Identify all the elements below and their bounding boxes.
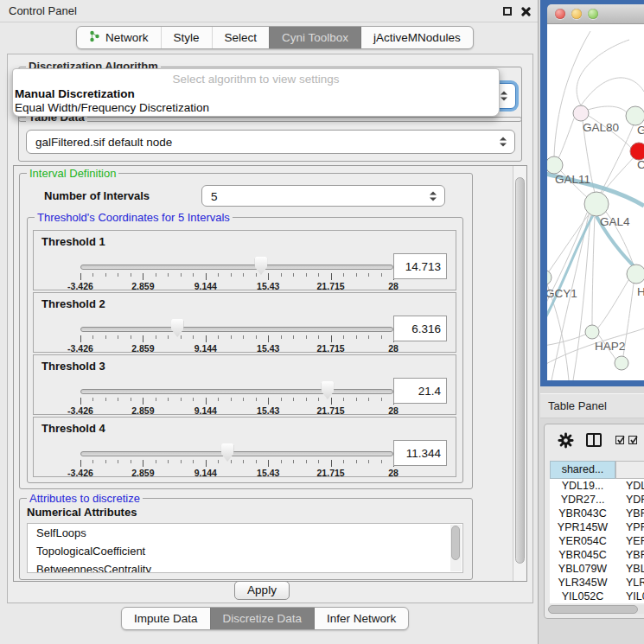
- cell-name[interactable]: YBL0: [615, 562, 644, 576]
- settings-scrollbar[interactable]: [513, 166, 526, 581]
- tab-style[interactable]: Style: [161, 27, 212, 48]
- network-edge[interactable]: [577, 40, 629, 105]
- number-of-intervals-select[interactable]: 5: [201, 185, 445, 207]
- algorithm-dropdown-popup: Select algorithm to view settings Manual…: [12, 68, 500, 117]
- attribute-item[interactable]: SelfLoops: [28, 524, 462, 542]
- slider-track[interactable]: [80, 265, 393, 270]
- threshold-value-field[interactable]: 14.713: [393, 253, 447, 279]
- network-node-gal80[interactable]: [573, 105, 589, 121]
- threshold-slider[interactable]: -3.4262.8599.14415.4321.71528: [80, 443, 393, 478]
- slider-handle[interactable]: [171, 319, 184, 337]
- network-node-c[interactable]: [630, 143, 644, 160]
- split-columns-icon[interactable]: [586, 433, 602, 447]
- network-edge[interactable]: [581, 78, 644, 105]
- checkbox-icon[interactable]: [628, 436, 637, 444]
- minimize-traffic-light-icon[interactable]: [571, 9, 582, 19]
- tab-infer-network[interactable]: Infer Network: [314, 608, 408, 629]
- cell-name[interactable]: YPR1: [615, 520, 644, 534]
- threshold-slider[interactable]: -3.4262.8599.14415.4321.71528: [80, 257, 393, 291]
- cell-shared-name[interactable]: YBR045C: [550, 548, 615, 562]
- slider-track[interactable]: [80, 389, 393, 394]
- slider-track[interactable]: [80, 451, 393, 456]
- threshold-slider[interactable]: -3.4262.8599.14415.4321.71528: [80, 381, 393, 416]
- table-data-select[interactable]: galFiltered.sif default node: [26, 130, 515, 154]
- slider-track[interactable]: [80, 327, 393, 332]
- cell-shared-name[interactable]: YBL079W: [550, 562, 615, 576]
- network-node-h[interactable]: [627, 265, 644, 284]
- tab-cyni-toolbox[interactable]: Cyni Toolbox: [269, 27, 360, 48]
- attribute-item[interactable]: TopologicalCoefficient: [28, 542, 462, 560]
- threshold-value-field[interactable]: 21.4: [393, 378, 447, 404]
- cell-shared-name[interactable]: YBR043C: [550, 507, 615, 520]
- tab-select[interactable]: Select: [212, 27, 270, 48]
- tab-impute-data[interactable]: Impute Data: [122, 608, 210, 629]
- table-horizontal-scrollbar[interactable]: [548, 605, 644, 614]
- combo-arrows-icon: [430, 191, 437, 201]
- threshold-label: Threshold 4: [41, 422, 105, 435]
- table-row[interactable]: YBR043CYBR0: [550, 507, 644, 520]
- cell-shared-name[interactable]: YER054C: [550, 534, 615, 548]
- threshold-value-field[interactable]: 6.316: [393, 316, 447, 341]
- slider-handle[interactable]: [321, 381, 334, 399]
- network-node-hap2[interactable]: [585, 325, 599, 339]
- table-row[interactable]: YIL052CYIL0: [550, 590, 644, 603]
- network-canvas[interactable]: GAL80GACGAL11GAL4HGCY1HAP2: [547, 24, 644, 380]
- checkbox-icon[interactable]: [615, 436, 624, 444]
- cell-shared-name[interactable]: YPR145W: [550, 520, 615, 534]
- column-header-name[interactable]: n: [615, 461, 644, 479]
- cell-name[interactable]: YER0: [615, 534, 644, 548]
- table-row[interactable]: YBR045CYBR0: [550, 548, 644, 562]
- cell-shared-name[interactable]: YDR27...: [550, 493, 615, 507]
- numerical-attributes-list[interactable]: SelfLoopsTopologicalCoefficientBetweenne…: [27, 523, 463, 573]
- apply-button[interactable]: Apply: [234, 581, 290, 600]
- cell-name[interactable]: YDR2: [615, 493, 644, 507]
- tab-network[interactable]: Network: [77, 27, 161, 48]
- popup-item-0[interactable]: Manual Discretization: [15, 87, 135, 100]
- table-row[interactable]: YPR145WYPR1: [550, 520, 644, 534]
- network-window-titlebar[interactable]: [547, 4, 644, 24]
- network-node-gcy1[interactable]: [547, 270, 552, 285]
- close-traffic-light-icon[interactable]: [555, 9, 565, 19]
- column-header-shared[interactable]: shared...: [550, 461, 615, 479]
- cell-name[interactable]: YBR0: [615, 548, 644, 562]
- list-scrollbar-thumb[interactable]: [451, 526, 460, 560]
- float-window-icon[interactable]: [503, 7, 512, 16]
- cell-name[interactable]: YDL1: [615, 479, 644, 493]
- list-scrollbar[interactable]: [450, 525, 462, 571]
- table-row[interactable]: YDR27...YDR2: [550, 493, 644, 507]
- threshold-value-field[interactable]: 11.344: [393, 440, 447, 466]
- table-hscroll-thumb[interactable]: [548, 605, 638, 614]
- scale-tick-label: 28: [388, 281, 399, 291]
- network-node-label: GCY1: [547, 287, 577, 300]
- cell-shared-name[interactable]: YIL052C: [550, 590, 615, 603]
- slider-handle[interactable]: [221, 443, 234, 462]
- network-edge[interactable]: [588, 106, 627, 112]
- table-row[interactable]: YLR345WYLR3: [550, 576, 644, 590]
- network-edge[interactable]: [598, 280, 628, 328]
- close-icon[interactable]: [520, 6, 531, 16]
- network-edge[interactable]: [558, 118, 574, 158]
- table-row[interactable]: YBL079WYBL0: [550, 562, 644, 576]
- slider-handle[interactable]: [254, 257, 267, 275]
- attribute-item[interactable]: BetweennessCentrality: [28, 560, 462, 573]
- network-edge[interactable]: [592, 216, 595, 325]
- popup-item-1[interactable]: Equal Width/Frequency Discretization: [15, 101, 209, 114]
- cell-name[interactable]: YLR3: [615, 576, 644, 590]
- cell-shared-name[interactable]: YDL19...: [550, 479, 615, 493]
- tab-jactivemnodules[interactable]: jActiveMNodules: [360, 27, 473, 48]
- network-node[interactable]: [615, 356, 628, 370]
- threshold-slider[interactable]: -3.4262.8599.14415.4321.71528: [80, 319, 393, 354]
- cell-name[interactable]: YIL0: [615, 590, 644, 603]
- tab-discretize-data[interactable]: Discretize Data: [210, 608, 315, 629]
- table-row[interactable]: YDL19...YDL1: [550, 479, 644, 493]
- network-node-ga[interactable]: [626, 106, 644, 125]
- network-edge[interactable]: [601, 124, 634, 193]
- network-node-gal4[interactable]: [584, 192, 609, 216]
- network-node-gal11[interactable]: [547, 156, 563, 174]
- settings-gear-icon[interactable]: [558, 432, 574, 452]
- cell-shared-name[interactable]: YLR345W: [550, 576, 615, 590]
- cell-name[interactable]: YBR0: [615, 507, 644, 520]
- zoom-traffic-light-icon[interactable]: [588, 9, 598, 19]
- table-row[interactable]: YER054CYER0: [550, 534, 644, 548]
- settings-scrollbar-thumb[interactable]: [515, 177, 525, 564]
